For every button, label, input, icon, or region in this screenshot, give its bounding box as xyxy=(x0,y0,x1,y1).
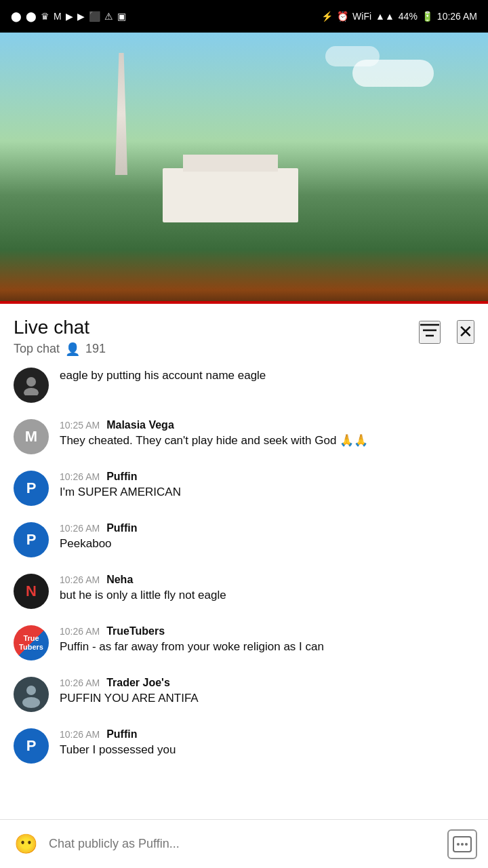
status-icons-left: ⬤ ⬤ ♛ M ▶ ▶ ⬛ ⚠ ▣ xyxy=(11,11,126,22)
filter-button[interactable] xyxy=(419,321,441,344)
message-text: Tuber I possessed you xyxy=(60,742,474,758)
chat-header-left: Live chat Top chat 👤 191 xyxy=(14,316,106,357)
pokemon-icon: ⬤ xyxy=(11,11,22,22)
list-item: N 10:26 AM Neha but he is only a little … xyxy=(0,566,488,617)
svg-point-5 xyxy=(26,686,36,695)
avatar xyxy=(14,677,49,712)
chat-subtitle: Top chat 👤 191 xyxy=(14,342,106,357)
video-progress-bar[interactable] xyxy=(0,301,488,304)
time-display: 10:26 AM xyxy=(437,11,477,22)
app-icon-4: ▶ xyxy=(66,11,73,22)
chat-panel: Live chat Top chat 👤 191 ✕ xyxy=(0,304,488,868)
chat-input[interactable] xyxy=(49,829,439,859)
avatar: M xyxy=(14,419,49,454)
message-meta: 10:25 AM Malasia Vega xyxy=(60,419,474,431)
svg-point-4 xyxy=(24,388,39,395)
message-meta: 10:26 AM Puffin xyxy=(60,471,474,483)
app-icon-2: ♛ xyxy=(41,11,49,22)
battery-percent: 44% xyxy=(399,11,418,22)
close-button[interactable]: ✕ xyxy=(457,320,474,344)
message-content: 10:26 AM Neha but he is only a little fl… xyxy=(60,574,474,604)
video-player[interactable] xyxy=(0,33,488,304)
list-item: 10:26 AM Trader Joe's PUFFIN YOU ARE ANT… xyxy=(0,669,488,720)
message-text: PUFFIN YOU ARE ANTIFA xyxy=(60,690,474,707)
chat-header-right: ✕ xyxy=(419,316,474,344)
message-time: 10:26 AM xyxy=(60,471,100,482)
message-content: 10:26 AM TrueTubers Puffin - as far away… xyxy=(60,625,474,655)
avatar: P xyxy=(14,522,49,557)
alarm-icon: ⏰ xyxy=(337,11,348,22)
app-icon-1: ⬤ xyxy=(26,11,37,22)
message-content: 10:26 AM Puffin Peekaboo xyxy=(60,522,474,552)
white-house xyxy=(163,168,298,222)
partial-message-text: eagle by putting his account name eagle xyxy=(60,368,474,384)
message-time: 10:26 AM xyxy=(60,523,100,534)
chat-input-area: 😶 xyxy=(0,819,488,868)
video-overlay xyxy=(0,33,488,304)
washington-monument xyxy=(115,53,127,175)
bluetooth-icon: ⚡ xyxy=(321,11,333,22)
message-author: Neha xyxy=(106,574,133,586)
status-icons-right: ⚡ ⏰ WiFi ▲▲ 44% 🔋 10:26 AM xyxy=(321,11,477,22)
app-icon-8: ▣ xyxy=(117,11,126,22)
list-item: P 10:26 AM Puffin Tuber I possessed you xyxy=(0,720,488,772)
send-button[interactable] xyxy=(447,829,477,859)
message-meta: 10:26 AM Puffin xyxy=(60,522,474,534)
message-author: Puffin xyxy=(106,471,137,483)
message-meta: 10:26 AM TrueTubers xyxy=(60,625,474,637)
app-icon-7: ⚠ xyxy=(104,11,113,22)
person-icon: 👤 xyxy=(65,342,80,357)
message-time: 10:26 AM xyxy=(60,574,100,585)
chat-message-partial: eagle by putting his account name eagle xyxy=(0,368,488,411)
message-time: 10:26 AM xyxy=(60,729,100,740)
top-chat-label[interactable]: Top chat xyxy=(14,342,60,356)
partial-message-content: eagle by putting his account name eagle xyxy=(60,368,474,384)
message-text: I'm SUPER AMERICAN xyxy=(60,484,474,500)
list-item: P 10:26 AM Puffin I'm SUPER AMERICAN xyxy=(0,462,488,514)
avatar-partial xyxy=(14,368,49,403)
avatar: TrueTubers xyxy=(14,625,49,660)
chat-messages-list: eagle by putting his account name eagle … xyxy=(0,368,488,772)
message-text: Peekaboo xyxy=(60,536,474,552)
app-icon-5: ▶ xyxy=(77,11,85,22)
avatar: N xyxy=(14,574,49,609)
list-item: TrueTubers 10:26 AM TrueTubers Puffin - … xyxy=(0,617,488,669)
message-author: Puffin xyxy=(106,728,137,741)
message-text: They cheated. They can't play hide and s… xyxy=(60,433,474,449)
message-content: 10:25 AM Malasia Vega They cheated. They… xyxy=(60,419,474,449)
svg-point-8 xyxy=(457,843,460,846)
signal-icon: ▲▲ xyxy=(375,11,394,22)
message-author: Trader Joe's xyxy=(106,677,170,689)
message-time: 10:25 AM xyxy=(60,420,100,431)
message-time: 10:26 AM xyxy=(60,626,100,637)
svg-point-6 xyxy=(22,697,40,708)
svg-point-9 xyxy=(461,843,464,846)
svg-point-10 xyxy=(465,843,468,846)
message-meta: 10:26 AM Trader Joe's xyxy=(60,677,474,689)
message-meta: 10:26 AM Neha xyxy=(60,574,474,586)
list-item: P 10:26 AM Puffin Peekaboo xyxy=(0,514,488,566)
message-content: 10:26 AM Puffin I'm SUPER AMERICAN xyxy=(60,471,474,500)
message-author: Malasia Vega xyxy=(106,419,174,431)
battery-icon: 🔋 xyxy=(422,11,433,22)
avatar: P xyxy=(14,471,49,506)
emoji-button[interactable]: 😶 xyxy=(11,829,41,859)
avatar: P xyxy=(14,728,49,764)
status-bar: ⬤ ⬤ ♛ M ▶ ▶ ⬛ ⚠ ▣ ⚡ ⏰ WiFi ▲▲ 44% 🔋 10:2… xyxy=(0,0,488,33)
list-item: M 10:25 AM Malasia Vega They cheated. Th… xyxy=(0,411,488,462)
viewer-count: 191 xyxy=(85,342,106,356)
message-time: 10:26 AM xyxy=(60,677,100,688)
message-meta: 10:26 AM Puffin xyxy=(60,728,474,741)
chat-header: Live chat Top chat 👤 191 ✕ xyxy=(0,304,488,357)
message-author: Puffin xyxy=(106,522,137,534)
svg-point-3 xyxy=(26,377,36,387)
wifi-icon: WiFi xyxy=(352,11,371,22)
message-author: TrueTubers xyxy=(106,625,165,637)
message-text: but he is only a little fly not eagle xyxy=(60,587,474,604)
app-icon-3: M xyxy=(54,11,62,22)
app-icon-6: ⬛ xyxy=(89,11,100,22)
message-content: 10:26 AM Puffin Tuber I possessed you xyxy=(60,728,474,758)
message-content: 10:26 AM Trader Joe's PUFFIN YOU ARE ANT… xyxy=(60,677,474,707)
cloud-2 xyxy=(325,46,380,66)
chat-title: Live chat xyxy=(14,316,106,339)
